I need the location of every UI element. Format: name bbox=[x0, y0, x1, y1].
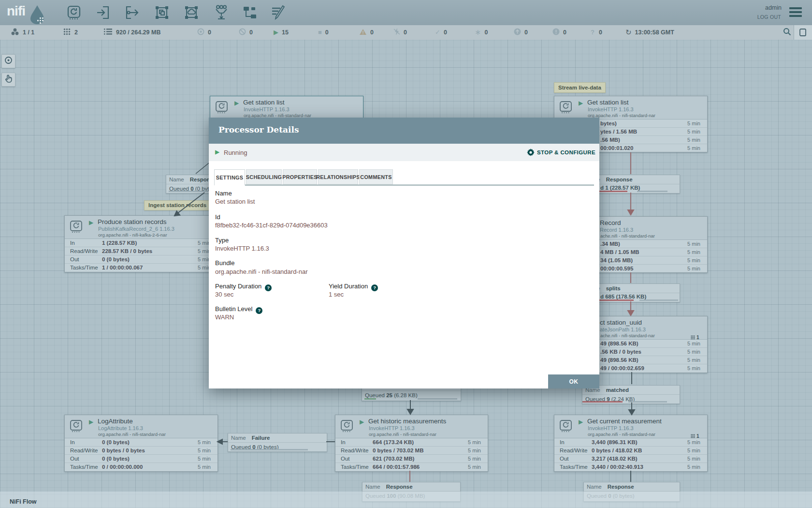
invalid-status: 0 bbox=[359, 25, 374, 40]
refresh-icon[interactable]: ↻ bbox=[625, 25, 632, 40]
search-button[interactable] bbox=[783, 25, 791, 40]
help-icon[interactable]: ? bbox=[371, 284, 378, 291]
running-status: ▶ 15 bbox=[274, 25, 289, 40]
logout-link[interactable]: LOG OUT bbox=[757, 14, 781, 20]
stat-out: 49 (898.56 KB) bbox=[600, 357, 638, 363]
template-icon[interactable] bbox=[242, 5, 258, 20]
birdseye-toggle-button[interactable] bbox=[794, 25, 812, 40]
tab-properties[interactable]: PROPERTIES bbox=[283, 169, 317, 184]
ok-button[interactable]: OK bbox=[548, 374, 599, 388]
breadcrumb[interactable]: NiFi Flow bbox=[10, 498, 37, 505]
processor-stamp-icon bbox=[340, 419, 353, 434]
connection-failure[interactable]: NameFailure Queued 0 (0 bytes) bbox=[228, 433, 327, 452]
tab-settings[interactable]: SETTINGS bbox=[214, 169, 245, 185]
stat-readwrite: ytes / 1.56 MB bbox=[600, 129, 637, 134]
search-icon bbox=[783, 28, 791, 37]
stale-status: 0 bbox=[514, 25, 528, 40]
birdseye-button[interactable] bbox=[1, 54, 15, 68]
help-icon[interactable]: ? bbox=[265, 284, 272, 291]
stop-and-configure-button[interactable]: STOP & CONFIGURE bbox=[527, 149, 595, 156]
remote-process-group-icon[interactable] bbox=[184, 5, 199, 20]
run-status-label: Running bbox=[224, 149, 247, 156]
processor-produce-station-records[interactable]: ▶ Produce station records PublishKafkaRe… bbox=[64, 215, 218, 272]
transmitting-icon bbox=[197, 28, 204, 37]
processor-header: ▶ Produce station records PublishKafkaRe… bbox=[65, 216, 218, 239]
transmitting-status: 0 bbox=[197, 25, 211, 40]
queue-progress-bar bbox=[418, 398, 457, 400]
stat-readwrite: 0 bytes / 418.02 KB bbox=[592, 448, 642, 453]
processor-header: ▶ Get historic measurements InvokeHTTP 1… bbox=[335, 415, 488, 438]
help-icon[interactable]: ? bbox=[256, 307, 262, 314]
processor-header: ▶ Get station list InvokeHTTP 1.16.3 org… bbox=[210, 96, 363, 120]
processor-stamp-icon bbox=[70, 220, 83, 235]
penalty-duration-label: Penalty Duration? bbox=[215, 283, 272, 291]
selection-button[interactable] bbox=[1, 73, 15, 87]
dialog-header: Processor Details bbox=[209, 118, 599, 144]
stopped-status: ■ 0 bbox=[318, 25, 329, 40]
queue-progress-bar bbox=[637, 191, 667, 192]
dialog-status-bar: ▶ Running STOP & CONFIGURE bbox=[209, 144, 599, 161]
stat-in: bytes) bbox=[600, 120, 617, 126]
stat-in: 0 (0 bytes) bbox=[102, 439, 130, 445]
stat-readwrite: 0 bytes / 703.02 MB bbox=[373, 448, 423, 453]
label-icon[interactable] bbox=[271, 5, 286, 20]
id-field-value: f8fbeb32-fc46-31cf-829d-074d09e36603 bbox=[215, 222, 328, 229]
threads-status: 2 bbox=[63, 25, 78, 40]
sync-failure-status: ? 0 bbox=[591, 25, 602, 40]
connection-response-historic[interactable]: NameResponse Queued 100 (90.08 MB) bbox=[362, 482, 461, 502]
stat-tasks: 0 / 00:00:00.000 bbox=[102, 464, 143, 470]
processor-type: InvokeHTTP 1.16.3 bbox=[369, 425, 415, 431]
funnel-icon[interactable] bbox=[214, 5, 229, 20]
current-user-label: admin bbox=[765, 4, 782, 11]
running-icon: ▶ bbox=[89, 219, 93, 226]
processor-bundle: org.apache.nifi - nifi-standard-nar bbox=[588, 432, 655, 437]
processor-get-historic-measurements[interactable]: ▶ Get historic measurements InvokeHTTP 1… bbox=[335, 415, 488, 472]
tab-relationships[interactable]: RELATIONSHIPS bbox=[318, 169, 358, 184]
cluster-status: 1 / 1 bbox=[11, 25, 34, 40]
processor-icon[interactable] bbox=[66, 5, 82, 20]
processor-type: ateJsonPath 1.16.3 bbox=[600, 327, 646, 332]
processor-get-current-measurement[interactable]: ▶ Get current measurement InvokeHTTP 1.1… bbox=[554, 415, 708, 472]
processor-title: ct station_uuid bbox=[600, 319, 642, 326]
group-label-ingest[interactable]: Ingest station records bbox=[144, 200, 211, 210]
process-group-icon[interactable] bbox=[154, 5, 170, 20]
processor-title: Get historic measurements bbox=[368, 418, 446, 425]
processor-title: Record bbox=[600, 219, 621, 226]
tab-scheduling[interactable]: SCHEDULING bbox=[246, 169, 282, 184]
type-field-label: Type bbox=[215, 237, 229, 244]
output-port-icon[interactable] bbox=[124, 5, 140, 20]
panel-icon bbox=[799, 29, 806, 38]
tab-comments[interactable]: COMMENTS bbox=[359, 169, 393, 184]
processor-bundle: org.apache.nifi - nifi-standard-nar bbox=[369, 432, 436, 437]
processor-stamp-icon bbox=[559, 419, 572, 434]
stat-out: 34 (1.05 MB) bbox=[600, 257, 633, 263]
disabled-icon bbox=[393, 28, 400, 37]
stat-in: 49 (898.56 KB) bbox=[600, 341, 638, 346]
processor-title: Produce station records bbox=[98, 218, 167, 225]
queue-progress-bar bbox=[639, 299, 678, 301]
global-menu-button[interactable] bbox=[789, 7, 802, 18]
nifi-drop-logo-icon bbox=[28, 5, 44, 20]
processor-type: InvokeHTTP 1.16.3 bbox=[588, 106, 634, 112]
processor-header: ▶ Get current measurement InvokeHTTP 1.1… bbox=[554, 415, 707, 438]
bulletin-level-value: WARN bbox=[215, 314, 234, 321]
target-icon bbox=[4, 56, 13, 66]
locally-modified-icon: ∗ bbox=[475, 25, 481, 40]
processor-log-attribute[interactable]: ▶ LogAttribute LogAttribute 1.16.3 org.a… bbox=[64, 415, 218, 472]
bulletin-level-label: Bulletin Level? bbox=[215, 305, 262, 314]
processor-bundle: org.apache.nifi - nifi-kafka-2-6-nar bbox=[98, 232, 167, 238]
id-field-label: Id bbox=[215, 213, 220, 221]
stat-out: 0 (0 bytes) bbox=[102, 256, 130, 262]
input-port-icon[interactable] bbox=[96, 5, 111, 20]
queue-progress-bar bbox=[582, 401, 623, 403]
stopped-icon: ■ bbox=[318, 25, 322, 40]
connection-response-current[interactable]: NameResponse Queued 0 (0 bytes) bbox=[583, 482, 680, 502]
yield-duration-label: Yield Duration? bbox=[329, 283, 378, 291]
last-refresh: ↻ 13:00:58 GMT bbox=[625, 25, 674, 40]
processor-title: Get station list bbox=[587, 99, 629, 106]
dialog-title: Processor Details bbox=[218, 125, 299, 134]
bundle-field-value: org.apache.nifi - nifi-standard-nar bbox=[215, 268, 308, 275]
nifi-logo: nifi bbox=[7, 3, 25, 19]
name-field-value: Get station list bbox=[215, 198, 255, 205]
group-label-stream[interactable]: Stream live-data bbox=[554, 82, 606, 93]
